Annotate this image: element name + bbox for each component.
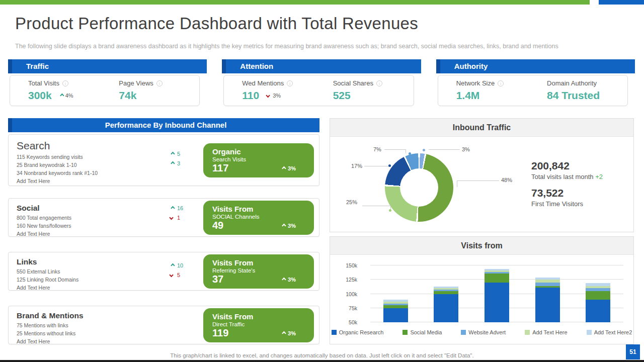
visits-from-panel[interactable]: Visits from 150k125k100k75k50k Organic R… xyxy=(330,236,634,344)
legend-marker-icon xyxy=(403,330,408,335)
chevron-up-icon xyxy=(282,223,286,227)
bar-segment xyxy=(586,300,610,322)
metric-label: Domain Authority xyxy=(547,79,597,87)
metric-label: Network Size xyxy=(456,79,495,87)
card-title: Visits From xyxy=(212,258,305,267)
chevron-up-icon xyxy=(171,161,175,165)
kpi-group-traffic: Traffic Total Visitsi 300k 4% Page Views… xyxy=(8,59,207,106)
card-value: 37 xyxy=(212,274,223,285)
delta-down: 5 xyxy=(171,272,183,278)
inbound-traffic-panel[interactable]: Inbound Traffic 7% 3% 17% 48% 25% 200,84… xyxy=(330,118,634,232)
kpi-group-attention: Attention Wed Mentionsi 110 3% Social Sh… xyxy=(222,59,421,106)
pie-label-17: 17% xyxy=(351,163,362,169)
metric-domain-authority: Domain Authority 84 Trusted xyxy=(547,79,627,102)
metric-value: 84 Trusted xyxy=(547,89,600,102)
leader-line xyxy=(406,149,406,153)
channel-card-social: Social 800 Total engagements 160 New fan… xyxy=(8,198,319,237)
leader-line xyxy=(457,180,457,187)
metric-label: Wed Mentions xyxy=(242,79,284,87)
y-tick-label: 50k xyxy=(349,319,357,325)
leader-line xyxy=(364,166,388,166)
kpi-card-traffic: Total Visitsi 300k 4% Page Viewsi 74k xyxy=(10,75,200,106)
bar-column xyxy=(383,300,408,322)
metric-value: 110 xyxy=(242,89,259,102)
page-title: Product Performance Dashboard with Total… xyxy=(15,14,418,33)
donut-ring xyxy=(385,153,453,222)
metric-value: 74k xyxy=(119,89,136,102)
bar-column xyxy=(434,287,458,322)
bar-segment xyxy=(383,308,408,322)
channel-card-brand-mentions: Brand & Mentions 75 Mentions with links … xyxy=(8,306,319,344)
bar-column xyxy=(586,283,610,322)
metric-delta: 3% xyxy=(267,93,281,99)
metric-label: Page Views xyxy=(119,79,153,87)
channel-kpi-card-links: Visits From Referring State's 37 3% xyxy=(203,254,314,289)
metric-wed-mentions: Wed Mentionsi 110 3% xyxy=(242,79,333,102)
delta-up: 16 xyxy=(171,205,183,211)
kpi-card-authority: Network Sizei 1.4M Domain Authority 84 T… xyxy=(438,75,628,106)
leader-dot xyxy=(451,186,453,189)
chevron-up-icon xyxy=(60,94,64,98)
leader-line xyxy=(457,180,499,181)
kpi-row: Traffic Total Visitsi 300k 4% Page Views… xyxy=(8,59,635,106)
channel-kpi-card-social: Visits From SOCIAL Channels 49 3% xyxy=(203,201,314,235)
legend-item: Add Text Here2 xyxy=(587,329,632,335)
kpi-header-authority: Authority xyxy=(436,59,635,73)
total-visits-delta: +2 xyxy=(595,173,603,180)
bar-segment xyxy=(485,274,509,283)
add-text-placeholder[interactable]: Add Text Here xyxy=(17,178,311,184)
leader-dot xyxy=(423,149,425,151)
channel-card-search: Search 115 Keywords sending visits 25 Br… xyxy=(8,134,319,186)
info-icon: i xyxy=(62,80,68,86)
chevron-up-icon xyxy=(282,277,286,281)
bar-segment xyxy=(586,291,610,300)
card-value: 117 xyxy=(212,162,228,174)
footer-note: This graph/chart is linked to excel, and… xyxy=(0,352,644,358)
card-subtitle: SOCIAL Channels xyxy=(212,214,305,220)
card-subtitle: Search Visits xyxy=(212,156,305,162)
y-tick-label: 75k xyxy=(349,305,357,311)
card-delta: 3% xyxy=(282,223,296,229)
performance-panel: Performance By Inbound Channel Search 11… xyxy=(8,118,319,344)
bar-legend: Organic ResearchSocial MediaWebsite Adve… xyxy=(330,329,633,335)
bar-column xyxy=(485,269,509,322)
leader-dot xyxy=(409,152,411,155)
leader-dot xyxy=(388,164,391,167)
legend-marker-icon xyxy=(525,330,530,335)
bar-segment xyxy=(485,283,509,322)
kpi-group-authority: Authority Network Sizei 1.4M Domain Auth… xyxy=(436,59,635,106)
channel-kpi-card-direct: Visits From Direct Traffic 119 3% xyxy=(203,308,314,342)
slide: Product Performance Dashboard with Total… xyxy=(0,0,644,362)
card-delta: 3% xyxy=(282,165,296,171)
info-icon: i xyxy=(376,80,382,86)
legend-item: Website Advert xyxy=(461,329,506,335)
top-accent-blue-bar xyxy=(599,0,644,5)
info-icon: i xyxy=(498,80,504,86)
leader-line xyxy=(362,206,390,206)
bars-container xyxy=(370,260,623,322)
metric-delta: 4% xyxy=(60,93,73,99)
kpi-card-attention: Wed Mentionsi 110 3% Social Sharesi 525 xyxy=(223,75,414,106)
bar-segment xyxy=(434,294,458,322)
pie-label-25: 25% xyxy=(346,199,357,205)
total-visits-label: Total visits last month +2 xyxy=(531,173,603,180)
first-time-label: First Time Visitors xyxy=(531,200,603,208)
metric-social-shares: Social Sharesi 525 xyxy=(333,79,414,102)
chevron-down-icon xyxy=(266,94,270,98)
channel-kpi-card-organic: Organic Search Visits 117 3% xyxy=(203,143,314,177)
card-subtitle: Referring State's xyxy=(212,267,305,274)
inbound-stats: 200,842 Total visits last month +2 73,52… xyxy=(531,160,603,214)
kpi-header-traffic: Traffic xyxy=(8,59,207,73)
performance-panel-title: Performance By Inbound Channel xyxy=(8,118,319,132)
pie-label-7: 7% xyxy=(373,146,381,152)
chevron-up-icon xyxy=(171,263,175,267)
y-tick-label: 100k xyxy=(346,291,357,297)
card-value: 119 xyxy=(212,327,228,339)
leader-line xyxy=(384,149,406,150)
card-title: Visits From xyxy=(212,312,305,321)
delta-up: 10 xyxy=(171,262,183,268)
card-title: Visits From xyxy=(212,205,305,213)
leader-line xyxy=(429,149,460,150)
metric-label: Social Shares xyxy=(333,79,373,87)
y-tick-label: 125k xyxy=(346,277,357,283)
